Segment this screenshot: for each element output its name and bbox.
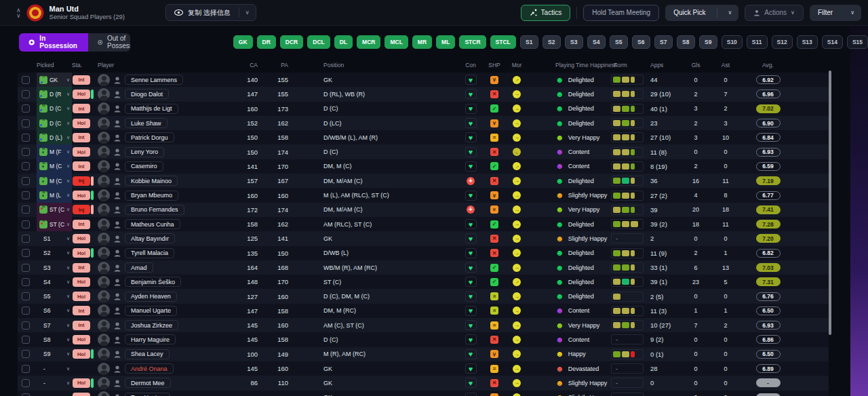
column-header-avg[interactable]: Avg. <box>762 62 774 68</box>
avatar[interactable] <box>98 233 110 245</box>
column-header-form[interactable]: Form <box>611 62 648 68</box>
picked-dropdown[interactable]: S2∨ <box>37 246 72 260</box>
player-name[interactable]: Diogo Dalot <box>125 89 169 99</box>
row-checkbox[interactable] <box>22 235 30 243</box>
avatar[interactable] <box>98 175 110 187</box>
picked-dropdown[interactable]: -∨ <box>37 376 72 390</box>
profile-icon[interactable] <box>113 162 121 170</box>
player-name[interactable]: Leny Yoro <box>125 147 164 157</box>
row-checkbox[interactable] <box>22 177 30 185</box>
row-checkbox[interactable] <box>22 393 30 396</box>
picked-dropdown[interactable]: D (C∨ <box>37 102 72 116</box>
row-checkbox[interactable] <box>22 379 30 387</box>
chevron-down-icon[interactable]: ∨ <box>239 9 256 16</box>
avatar[interactable] <box>98 203 110 216</box>
table-row[interactable]: S7∨IntJoshua Zirkzee145160AM (C), ST (C)… <box>18 318 829 332</box>
avatar[interactable] <box>98 304 110 317</box>
position-filter-dcr[interactable]: DCR <box>280 35 303 49</box>
position-filter-mcl[interactable]: MCL <box>384 35 408 49</box>
column-header-mor[interactable]: Mor <box>512 62 522 68</box>
profile-icon[interactable] <box>113 134 121 142</box>
table-row[interactable]: S4∨HolBenjamin Šeško148170ST (C)♥✓→☻Deli… <box>18 275 829 289</box>
table-row[interactable]: -∨HolDermot Mee86110GK♥✕→☻Slightly Happy… <box>18 376 829 390</box>
column-header-shp[interactable]: SHP <box>488 62 500 68</box>
position-filter-s6[interactable]: S6 <box>632 35 650 49</box>
table-row[interactable]: D (C∨IntMatthijs de Ligt160173D (C)♥✓→☻D… <box>18 102 829 116</box>
position-filter-s13[interactable]: S13 <box>797 35 818 49</box>
position-filter-s15[interactable]: S15 <box>847 35 868 49</box>
table-row[interactable]: S8∨HolHarry Maguire145158D (C)♥✕→☻Conten… <box>18 332 829 346</box>
player-name[interactable]: Benjamin Šeško <box>125 277 181 287</box>
avatar[interactable] <box>98 276 110 288</box>
profile-icon[interactable] <box>113 148 121 156</box>
position-filter-mcr[interactable]: MCR <box>357 35 380 49</box>
player-name[interactable]: Shea Lacey <box>125 349 170 359</box>
picked-dropdown[interactable]: D (L)∨ <box>37 130 72 144</box>
row-checkbox[interactable] <box>22 148 30 156</box>
row-checkbox[interactable] <box>22 162 30 170</box>
table-row[interactable]: D (R∨HolDiogo Dalot147155D (RL), WB (R)♥… <box>18 87 829 101</box>
position-filter-s2[interactable]: S2 <box>542 35 561 49</box>
profile-icon[interactable] <box>113 292 121 300</box>
table-row[interactable]: -∨André Onana145160GK♥=→☻Devastated-2800… <box>18 361 829 376</box>
nav-down-icon[interactable]: ∨ <box>16 13 21 18</box>
player-name[interactable]: Senne Lammens <box>125 75 183 85</box>
picked-dropdown[interactable]: D (R∨ <box>37 87 72 101</box>
picked-dropdown[interactable]: M (L∨ <box>37 188 72 202</box>
player-name[interactable]: André Onana <box>125 363 174 374</box>
row-checkbox[interactable] <box>22 321 30 330</box>
column-header-gls[interactable]: Gls <box>692 62 701 68</box>
picked-dropdown[interactable]: -∨ <box>37 361 72 376</box>
position-filter-dr[interactable]: DR <box>257 35 276 49</box>
column-header-sta[interactable]: Sta. <box>72 62 91 68</box>
picked-dropdown[interactable]: S4∨ <box>37 275 72 289</box>
table-row[interactable]: S2∨HolTyrell Malacia135150D/WB (L)♥✕→☻De… <box>18 246 829 260</box>
avatar[interactable] <box>98 88 110 100</box>
player-name[interactable]: Ayden Heaven <box>125 292 177 302</box>
player-name[interactable]: Kobbie Mainoo <box>125 176 178 186</box>
position-filter-s3[interactable]: S3 <box>565 35 583 49</box>
position-filter-s14[interactable]: S14 <box>822 35 843 49</box>
position-filter-dl[interactable]: DL <box>334 35 353 49</box>
avatar[interactable] <box>98 102 110 115</box>
picked-dropdown[interactable]: M (C∨ <box>37 159 72 174</box>
column-header-ca[interactable]: CA <box>250 62 259 68</box>
position-filter-stcl[interactable]: STCL <box>490 35 516 49</box>
avatar[interactable] <box>98 146 110 158</box>
tab-in-possession[interactable]: In Possession <box>19 33 88 52</box>
table-row[interactable]: ST (C∨InjBruno Fernandes172174DM, M/AM (… <box>18 203 829 217</box>
table-row[interactable]: D (C∨HolLuke Shaw152162D (LC)♥∨→☻Delight… <box>18 116 829 130</box>
position-filter-s1[interactable]: S1 <box>520 35 538 49</box>
column-header-ast[interactable]: Ast <box>722 62 730 68</box>
picked-dropdown[interactable]: S9∨ <box>37 347 72 361</box>
filter-button[interactable]: Filter ∨ <box>810 5 861 21</box>
position-filter-s11[interactable]: S11 <box>747 35 768 49</box>
avatar[interactable] <box>98 334 110 346</box>
row-checkbox[interactable] <box>22 249 30 257</box>
avatar[interactable] <box>98 377 110 389</box>
player-name[interactable]: Bryan Mbeumo <box>125 191 178 201</box>
profile-icon[interactable] <box>113 350 121 358</box>
position-filter-s10[interactable]: S10 <box>722 35 743 49</box>
vertical-scrollbar[interactable] <box>829 71 831 335</box>
column-header-position[interactable]: Position <box>290 62 458 68</box>
column-header-con[interactable]: Con <box>465 62 476 68</box>
profile-icon[interactable] <box>113 264 121 272</box>
profile-icon[interactable] <box>113 205 121 214</box>
table-row[interactable]: S6∨IntManuel Ugarte147158DM, M (RC)♥»→☻C… <box>18 304 829 318</box>
row-checkbox[interactable] <box>22 336 30 344</box>
avatar[interactable] <box>98 160 110 172</box>
hold-team-meeting-button[interactable]: Hold Team Meeting <box>583 5 659 21</box>
table-row[interactable]: ST (C∨IntMatheus Cunha158162AM (RLC), ST… <box>18 217 829 231</box>
row-checkbox[interactable] <box>22 365 30 373</box>
picked-dropdown[interactable]: S5∨ <box>37 289 72 303</box>
table-row[interactable]: S9∨HolShea Lacey100149M (R), AM (RC)♥∨→☻… <box>18 347 829 361</box>
profile-icon[interactable] <box>113 90 121 98</box>
column-header-apps[interactable]: Apps <box>648 62 683 68</box>
profile-icon[interactable] <box>113 76 121 84</box>
chevron-down-icon[interactable]: ∨ <box>722 9 738 16</box>
player-name[interactable]: Matthijs de Ligt <box>125 104 178 114</box>
row-checkbox[interactable] <box>22 90 30 98</box>
picked-dropdown[interactable]: S7∨ <box>37 318 72 332</box>
player-name[interactable]: Tyrell Malacia <box>125 248 174 258</box>
